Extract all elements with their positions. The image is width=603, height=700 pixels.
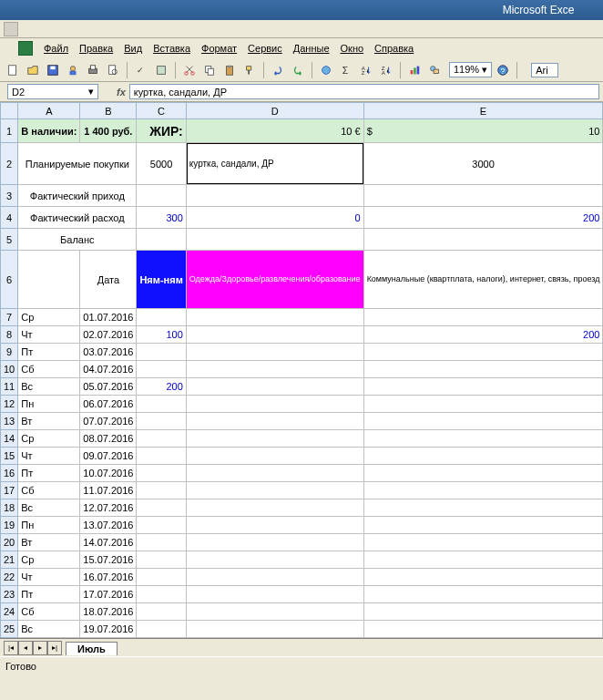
- cell[interactable]: [363, 448, 603, 465]
- sort-desc-icon[interactable]: ZA: [377, 61, 395, 79]
- cell[interactable]: [137, 586, 186, 603]
- cell[interactable]: [363, 309, 603, 326]
- cell[interactable]: [186, 185, 363, 207]
- row-header[interactable]: 12: [1, 396, 18, 413]
- menu-format[interactable]: Формат: [196, 41, 242, 56]
- cell[interactable]: [137, 396, 186, 413]
- row-header[interactable]: 14: [1, 430, 18, 448]
- cell[interactable]: Сб: [18, 361, 80, 378]
- cell[interactable]: [137, 344, 186, 361]
- cell[interactable]: [363, 185, 603, 207]
- row-header[interactable]: 23: [1, 586, 18, 603]
- autosum-icon[interactable]: Σ: [337, 61, 355, 79]
- cell[interactable]: [137, 482, 186, 499]
- cell[interactable]: [186, 465, 363, 482]
- tab-nav-last-icon[interactable]: ▸|: [47, 641, 62, 655]
- menu-data[interactable]: Данные: [288, 41, 335, 56]
- row-header[interactable]: 24: [1, 603, 18, 621]
- cell[interactable]: [363, 603, 603, 621]
- cell[interactable]: Фактический приход: [18, 185, 137, 207]
- row-header[interactable]: 2: [1, 143, 18, 185]
- row-header[interactable]: 11: [1, 378, 18, 396]
- cell[interactable]: 200: [363, 207, 603, 229]
- cell[interactable]: [186, 430, 363, 448]
- cell[interactable]: [137, 413, 186, 430]
- cell[interactable]: Чт: [18, 326, 80, 344]
- cell[interactable]: Пн: [18, 396, 80, 413]
- cell[interactable]: ЖИР:: [137, 119, 186, 143]
- cell[interactable]: [137, 534, 186, 551]
- cell[interactable]: 01.07.2016: [80, 309, 137, 326]
- cell[interactable]: [186, 534, 363, 551]
- chart-wizard-icon[interactable]: [405, 61, 424, 79]
- cell[interactable]: [363, 534, 603, 551]
- cell[interactable]: 02.07.2016: [80, 326, 137, 344]
- cell[interactable]: 10.07.2016: [80, 465, 137, 482]
- cell[interactable]: 04.07.2016: [80, 361, 137, 378]
- menu-view[interactable]: Вид: [118, 41, 148, 56]
- name-box[interactable]: D2 ▾: [7, 84, 98, 99]
- cell[interactable]: Сб: [18, 603, 80, 621]
- research-icon[interactable]: [152, 61, 170, 79]
- cell[interactable]: [137, 229, 186, 251]
- cell[interactable]: [363, 361, 603, 378]
- sort-asc-icon[interactable]: AZ: [357, 61, 375, 79]
- font-combo[interactable]: Ari: [531, 63, 558, 77]
- cell[interactable]: [18, 251, 80, 309]
- new-icon[interactable]: [4, 61, 22, 79]
- cell[interactable]: 08.07.2016: [80, 430, 137, 448]
- cell[interactable]: [186, 361, 363, 378]
- cell[interactable]: 0: [186, 207, 363, 229]
- cell[interactable]: Пт: [18, 465, 80, 482]
- cell[interactable]: 15.07.2016: [80, 551, 137, 569]
- cell[interactable]: Ср: [18, 551, 80, 569]
- cell[interactable]: [137, 448, 186, 465]
- cell[interactable]: [186, 344, 363, 361]
- fx-icon[interactable]: fx: [117, 87, 126, 98]
- menu-file[interactable]: Файл: [38, 41, 74, 56]
- cell[interactable]: Чт: [18, 569, 80, 586]
- row-header[interactable]: 8: [1, 326, 18, 344]
- selected-cell[interactable]: куртка, сандали, ДР: [186, 143, 363, 185]
- drawing-icon[interactable]: [425, 61, 444, 79]
- cell[interactable]: [186, 309, 363, 326]
- undo-icon[interactable]: [269, 61, 287, 79]
- cell[interactable]: 14.07.2016: [80, 534, 137, 551]
- cell[interactable]: [186, 603, 363, 621]
- select-all-corner[interactable]: [1, 103, 18, 119]
- save-icon[interactable]: [44, 61, 62, 79]
- cell[interactable]: Планируемые покупки: [18, 143, 137, 185]
- cell[interactable]: 19.07.2016: [80, 621, 137, 638]
- cell[interactable]: Вс: [18, 378, 80, 396]
- paste-icon[interactable]: [220, 61, 239, 79]
- cell[interactable]: Вс: [18, 621, 80, 638]
- cell[interactable]: [186, 482, 363, 499]
- zoom-combo[interactable]: 119% ▾: [449, 62, 492, 77]
- row-header[interactable]: 3: [1, 185, 18, 207]
- tab-nav-first-icon[interactable]: |◂: [4, 641, 18, 655]
- cell[interactable]: [137, 309, 186, 326]
- cell[interactable]: [363, 499, 603, 517]
- col-header-A[interactable]: A: [18, 103, 80, 119]
- cell[interactable]: Дата: [80, 251, 137, 309]
- cell[interactable]: [186, 569, 363, 586]
- formula-bar[interactable]: куртка, сандали, ДР: [129, 84, 599, 99]
- cell[interactable]: [186, 499, 363, 517]
- cell[interactable]: [363, 551, 603, 569]
- cell[interactable]: 07.07.2016: [80, 413, 137, 430]
- cell[interactable]: 16.07.2016: [80, 569, 137, 586]
- cell[interactable]: 200: [363, 326, 603, 344]
- cell[interactable]: [186, 517, 363, 534]
- cell[interactable]: [363, 482, 603, 499]
- row-header[interactable]: 6: [1, 251, 18, 309]
- format-painter-icon[interactable]: [240, 61, 259, 79]
- cell[interactable]: [363, 465, 603, 482]
- cell[interactable]: 06.07.2016: [80, 396, 137, 413]
- row-header[interactable]: 10: [1, 361, 18, 378]
- cell[interactable]: [186, 413, 363, 430]
- cell[interactable]: Одежда/Здоровье/развлечения/образование: [186, 251, 363, 309]
- col-header-C[interactable]: C: [137, 103, 186, 119]
- cell[interactable]: [363, 344, 603, 361]
- menu-help[interactable]: Справка: [369, 41, 419, 56]
- cell[interactable]: [137, 361, 186, 378]
